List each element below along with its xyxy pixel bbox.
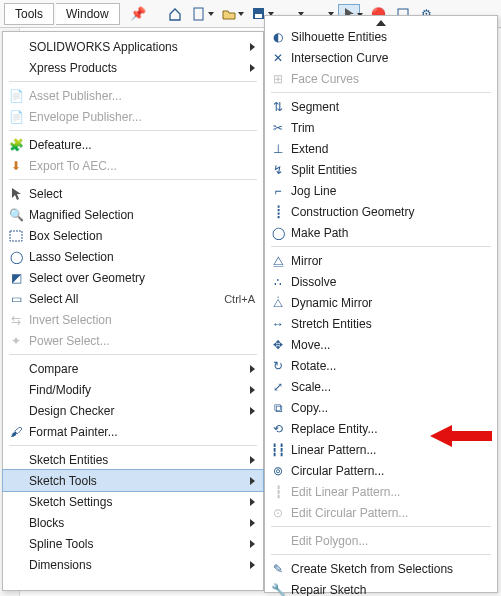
mi-make-path[interactable]: ◯Make Path	[265, 222, 497, 243]
mi-move[interactable]: ✥Move...	[265, 334, 497, 355]
mi-lasso-selection[interactable]: ◯Lasso Selection	[3, 246, 263, 267]
copy-icon: ⧉	[269, 400, 287, 416]
face-curves-icon: ⊞	[269, 71, 287, 87]
lbl: Sketch Tools	[29, 474, 250, 488]
mi-solidworks-apps[interactable]: SOLIDWORKS Applications	[3, 36, 263, 57]
mi-dimensions[interactable]: Dimensions	[3, 554, 263, 575]
mirror-icon: ⧋	[269, 253, 287, 269]
mi-extend[interactable]: ⊥Extend	[265, 138, 497, 159]
mi-split-entities[interactable]: ↯Split Entities	[265, 159, 497, 180]
stretch-icon: ↔	[269, 316, 287, 332]
lbl: Scale...	[291, 380, 489, 394]
mi-jog-line[interactable]: ⌐Jog Line	[265, 180, 497, 201]
mi-scale[interactable]: ⤢Scale...	[265, 376, 497, 397]
lbl: Face Curves	[291, 72, 489, 86]
lbl: Extend	[291, 142, 489, 156]
lbl: Stretch Entities	[291, 317, 489, 331]
segment-icon: ⇅	[269, 99, 287, 115]
jog-icon: ⌐	[269, 183, 287, 199]
lbl: Export To AEC...	[29, 159, 255, 173]
lbl: Select All	[29, 292, 214, 306]
mi-select-all[interactable]: ▭Select AllCtrl+A	[3, 288, 263, 309]
lbl: Move...	[291, 338, 489, 352]
lbl: Lasso Selection	[29, 250, 255, 264]
dyn-mirror-icon: ⧊	[269, 295, 287, 311]
mi-trim[interactable]: ✂Trim	[265, 117, 497, 138]
mi-find-modify[interactable]: Find/Modify	[3, 379, 263, 400]
mi-create-sketch-selections[interactable]: ✎Create Sketch from Selections	[265, 558, 497, 579]
mi-dissolve[interactable]: ∴Dissolve	[265, 271, 497, 292]
circular-pattern-icon: ⊚	[269, 463, 287, 479]
mi-defeature[interactable]: 🧩Defeature...	[3, 134, 263, 155]
mi-power-select: ✦Power Select...	[3, 330, 263, 351]
mi-invert-selection: ⇆Invert Selection	[3, 309, 263, 330]
lbl: Power Select...	[29, 334, 255, 348]
mi-select[interactable]: Select	[3, 183, 263, 204]
mi-edit-polygon: Edit Polygon...	[265, 530, 497, 551]
lbl: Blocks	[29, 516, 250, 530]
tools-menu: SOLIDWORKS Applications Xpress Products …	[2, 31, 264, 591]
mi-magnified-selection[interactable]: 🔍Magnified Selection	[3, 204, 263, 225]
mi-envelope-publisher: 📄Envelope Publisher...	[3, 106, 263, 127]
separator	[271, 92, 491, 93]
mi-compare[interactable]: Compare	[3, 358, 263, 379]
mi-mirror[interactable]: ⧋Mirror	[265, 250, 497, 271]
lbl: Box Selection	[29, 229, 255, 243]
mi-sketch-entities[interactable]: Sketch Entities	[3, 449, 263, 470]
svg-rect-4	[10, 231, 22, 241]
lbl: Edit Polygon...	[291, 534, 489, 548]
lbl: Mirror	[291, 254, 489, 268]
lbl: Silhouette Entities	[291, 30, 489, 44]
new-file-icon[interactable]	[188, 4, 210, 24]
svg-rect-0	[194, 8, 203, 20]
annotation-arrow-icon	[430, 423, 492, 449]
menu-tab-window[interactable]: Window	[56, 3, 120, 25]
home-icon[interactable]	[164, 4, 186, 24]
mi-dynamic-mirror[interactable]: ⧊Dynamic Mirror	[265, 292, 497, 313]
asset-icon: 📄	[7, 88, 25, 104]
mi-rotate[interactable]: ↻Rotate...	[265, 355, 497, 376]
box-select-icon	[7, 228, 25, 244]
lbl: Construction Geometry	[291, 205, 489, 219]
mi-construction-geom[interactable]: ┋Construction Geometry	[265, 201, 497, 222]
mi-xpress[interactable]: Xpress Products	[3, 57, 263, 78]
lbl: Split Entities	[291, 163, 489, 177]
mi-select-over-geometry[interactable]: ◩Select over Geometry	[3, 267, 263, 288]
menu-tab-tools[interactable]: Tools	[4, 3, 54, 25]
mi-silhouette[interactable]: ◐Silhouette Entities	[265, 26, 497, 47]
lbl: Format Painter...	[29, 425, 255, 439]
mi-blocks[interactable]: Blocks	[3, 512, 263, 533]
mi-circular-pattern[interactable]: ⊚Circular Pattern...	[265, 460, 497, 481]
mi-segment[interactable]: ⇅Segment	[265, 96, 497, 117]
mi-sketch-settings[interactable]: Sketch Settings	[3, 491, 263, 512]
lbl: Defeature...	[29, 138, 255, 152]
mi-asset-publisher: 📄Asset Publisher...	[3, 85, 263, 106]
mi-repair-sketch[interactable]: 🔧Repair Sketch	[265, 579, 497, 596]
mi-format-painter[interactable]: 🖌Format Painter...	[3, 421, 263, 442]
scale-icon: ⤢	[269, 379, 287, 395]
sketch-tools-submenu: ◐Silhouette Entities ✕Intersection Curve…	[264, 15, 498, 593]
invert-icon: ⇆	[7, 312, 25, 328]
lbl: Edit Linear Pattern...	[291, 485, 489, 499]
mi-copy[interactable]: ⧉Copy...	[265, 397, 497, 418]
svg-rect-2	[255, 14, 262, 18]
mi-box-selection[interactable]: Box Selection	[3, 225, 263, 246]
separator	[9, 130, 257, 131]
lasso-icon: ◯	[7, 249, 25, 265]
mi-stretch[interactable]: ↔Stretch Entities	[265, 313, 497, 334]
mi-design-checker[interactable]: Design Checker	[3, 400, 263, 421]
separator	[9, 445, 257, 446]
open-file-icon[interactable]	[218, 4, 240, 24]
lbl: Dissolve	[291, 275, 489, 289]
mi-spline-tools[interactable]: Spline Tools	[3, 533, 263, 554]
edit-circular-icon: ⊙	[269, 505, 287, 521]
create-sketch-icon: ✎	[269, 561, 287, 577]
lbl: Circular Pattern...	[291, 464, 489, 478]
repair-icon: 🔧	[269, 582, 287, 597]
lbl: Invert Selection	[29, 313, 255, 327]
pin-icon[interactable]: 📌	[122, 6, 154, 21]
dissolve-icon: ∴	[269, 274, 287, 290]
mi-sketch-tools[interactable]: Sketch Tools	[3, 470, 263, 491]
mi-intersection-curve[interactable]: ✕Intersection Curve	[265, 47, 497, 68]
lbl: Asset Publisher...	[29, 89, 255, 103]
